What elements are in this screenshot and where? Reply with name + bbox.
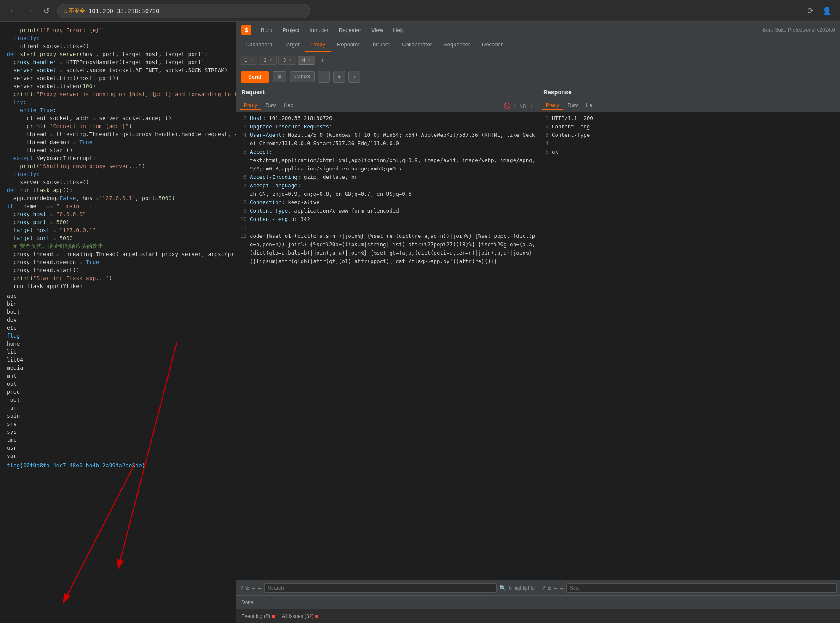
- req-line-10: 10 Content-Length: 342: [236, 215, 538, 224]
- req-tab-pretty[interactable]: Pretty: [240, 101, 261, 110]
- code-line: target_host = "127.0.0.1": [0, 226, 236, 234]
- res-line-1: 1 HTTP/1.1 200: [538, 114, 840, 122]
- more-icon[interactable]: ⋮: [529, 102, 535, 109]
- panel-tab-icons: 🚫 ≡ \n ⋮: [503, 102, 535, 109]
- prev-button[interactable]: ‹: [318, 71, 330, 83]
- send-button[interactable]: Send: [241, 71, 269, 83]
- forward-button[interactable]: →: [24, 5, 35, 17]
- code-line: thread.daemon = True: [0, 138, 236, 146]
- search-input[interactable]: [264, 583, 497, 593]
- svg-line-2: [63, 464, 135, 603]
- dir-item: opt: [0, 380, 236, 388]
- settings-button[interactable]: ⚙: [273, 71, 286, 82]
- res-help-icon[interactable]: ?: [542, 585, 545, 591]
- req-line-9: 9 Content-Type: application/x-www-form-u…: [236, 207, 538, 215]
- address-bar[interactable]: ⚠ 不安全 101.200.33.218:30720: [57, 4, 310, 18]
- response-header: Response: [538, 85, 840, 99]
- res-line-4: 4: [538, 139, 840, 148]
- code-line: proxy_thread = threading.Thread(target=s…: [0, 250, 236, 258]
- req-line-3: 3 Upgrade-Insecure-Requests: 1: [236, 122, 538, 131]
- footer-tabs: Event log (8) All issues (32): [236, 609, 840, 623]
- dir-item: lib: [0, 348, 236, 356]
- cancel-button[interactable]: Cancel: [290, 71, 315, 82]
- add-tab-button[interactable]: +: [317, 55, 328, 65]
- request-tabs: Pretty Raw Hex 🚫 ≡ \n ⋮: [236, 99, 538, 112]
- insecure-badge: ⚠ 不安全: [64, 7, 85, 15]
- help-icon[interactable]: ?: [240, 585, 243, 591]
- req-line-6: 6 Accept-Encoding: gzip, deflate, br: [236, 173, 538, 181]
- req-line-7: 7 Accept-Language: zh-CN, zh;q=0.9, en;q…: [236, 181, 538, 198]
- next-button[interactable]: ›: [348, 71, 360, 83]
- tab-collaborator[interactable]: Collaborator: [396, 38, 438, 52]
- menu-repeater[interactable]: Repeater: [334, 25, 365, 35]
- dir-item: usr: [0, 444, 236, 452]
- status-text: Done: [241, 599, 254, 605]
- res-search-input[interactable]: [566, 583, 837, 593]
- code-line: client_socket.close(): [0, 42, 236, 50]
- repeater-tab-2[interactable]: 2 ×: [259, 56, 277, 65]
- code-line: print("Starting Flask app..."): [0, 274, 236, 282]
- tab-target[interactable]: Target: [278, 38, 305, 52]
- menu-view[interactable]: View: [367, 25, 387, 35]
- extensions-button[interactable]: ⟳: [804, 5, 816, 17]
- repeater-tab-3[interactable]: 3 ×: [278, 56, 296, 65]
- code-line: print(f'Proxy Error: {e}'): [0, 26, 236, 34]
- reload-button[interactable]: ↺: [40, 5, 52, 17]
- res-settings-icon[interactable]: ⚙: [548, 585, 551, 591]
- menu-intruder[interactable]: Intruder: [305, 25, 333, 35]
- event-log-tab[interactable]: Event log (8): [241, 613, 275, 619]
- res-history-back-icon[interactable]: ←: [554, 585, 557, 591]
- dir-item: tmp: [0, 436, 236, 444]
- tab-sequencer[interactable]: Sequencer: [438, 38, 476, 52]
- code-line: finally:: [0, 34, 236, 42]
- req-line-11: 11: [236, 224, 538, 232]
- tab-repeater[interactable]: Repeater: [331, 38, 365, 52]
- code-line: proxy_port = 5001: [0, 218, 236, 226]
- eye-off-icon[interactable]: 🚫: [503, 102, 511, 109]
- repeater-tab-1[interactable]: 1 ×: [240, 56, 257, 65]
- burp-logo: $: [241, 25, 251, 35]
- event-log-badge: [272, 615, 275, 618]
- req-tab-hex[interactable]: Hex: [280, 101, 297, 110]
- profile-button[interactable]: 👤: [821, 5, 833, 17]
- res-history-forward-icon[interactable]: →: [560, 585, 563, 591]
- request-header: Request: [236, 85, 538, 99]
- dir-item: lib64: [0, 356, 236, 364]
- req-tab-raw[interactable]: Raw: [261, 101, 280, 110]
- code-line: server_socket.listen(100): [0, 82, 236, 90]
- burp-suite-panel: $ Burp Project Intruder Repeater View He…: [236, 22, 840, 623]
- menu-burp[interactable]: Burp: [257, 25, 276, 35]
- burp-title: Burp Suite Professional v2024.6: [763, 27, 835, 33]
- dir-item: etc: [0, 324, 236, 332]
- res-tab-hex[interactable]: He: [582, 101, 597, 110]
- code-line: except KeyboardInterrupt:: [0, 154, 236, 162]
- tab-proxy[interactable]: Proxy: [305, 38, 331, 52]
- request-content[interactable]: 2 Host: 101.200.33.218:30720 3 Upgrade-I…: [236, 112, 538, 580]
- repeater-tab-4[interactable]: 4 ×: [298, 56, 316, 65]
- burp-menubar: $ Burp Project Intruder Repeater View He…: [236, 22, 840, 38]
- history-forward-icon[interactable]: →: [258, 585, 261, 591]
- response-panel: Response Pretty Raw He 1 HTTP/1.1 200 2 …: [538, 85, 840, 595]
- menu-help[interactable]: Help: [389, 25, 409, 35]
- res-line-5: 5 ok: [538, 148, 840, 156]
- history-back-icon[interactable]: ←: [252, 585, 255, 591]
- res-tab-pretty[interactable]: Pretty: [542, 101, 563, 110]
- code-line: print(f"Connection from {addr}"): [0, 122, 236, 130]
- dir-item: media: [0, 364, 236, 372]
- dir-item: mnt: [0, 372, 236, 380]
- all-issues-tab[interactable]: All issues (32): [282, 613, 318, 619]
- back-button[interactable]: ←: [7, 5, 19, 17]
- dir-item: bin: [0, 300, 236, 308]
- res-tab-raw[interactable]: Raw: [563, 101, 582, 110]
- indent-icon[interactable]: ≡: [513, 102, 516, 109]
- response-content[interactable]: 1 HTTP/1.1 200 2 Content-Leng 3 Content-…: [538, 112, 840, 580]
- tab-intruder[interactable]: Intruder: [365, 38, 396, 52]
- tab-dashboard[interactable]: Dashboard: [240, 38, 278, 52]
- code-line: try:: [0, 98, 236, 106]
- tab-decoder[interactable]: Decoder: [476, 38, 508, 52]
- wrap-icon[interactable]: \n: [519, 102, 526, 109]
- dir-item: sys: [0, 428, 236, 436]
- settings-icon[interactable]: ⚙: [246, 585, 249, 591]
- menu-project[interactable]: Project: [278, 25, 303, 35]
- dropdown-button[interactable]: ▾: [333, 71, 345, 83]
